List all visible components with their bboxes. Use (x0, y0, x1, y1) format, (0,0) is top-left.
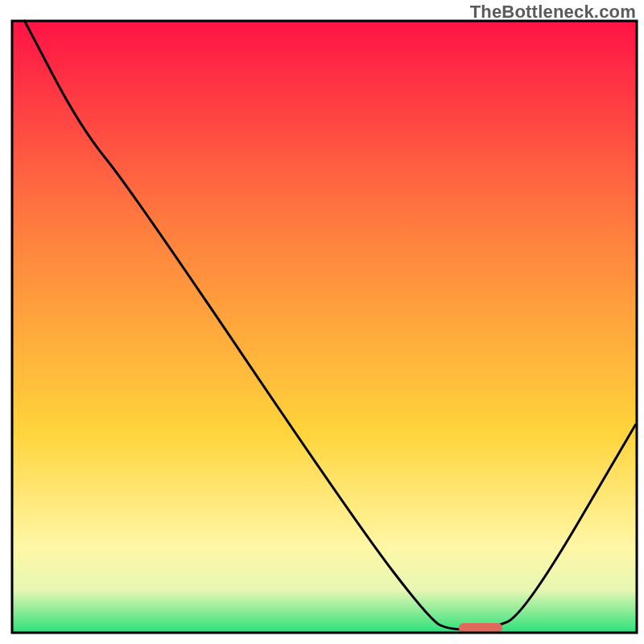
chart-container: { "watermark": "TheBottleneck.com", "col… (0, 0, 644, 644)
gradient-background (12, 21, 637, 633)
optimal-marker (459, 623, 502, 633)
bottleneck-chart (0, 0, 644, 644)
